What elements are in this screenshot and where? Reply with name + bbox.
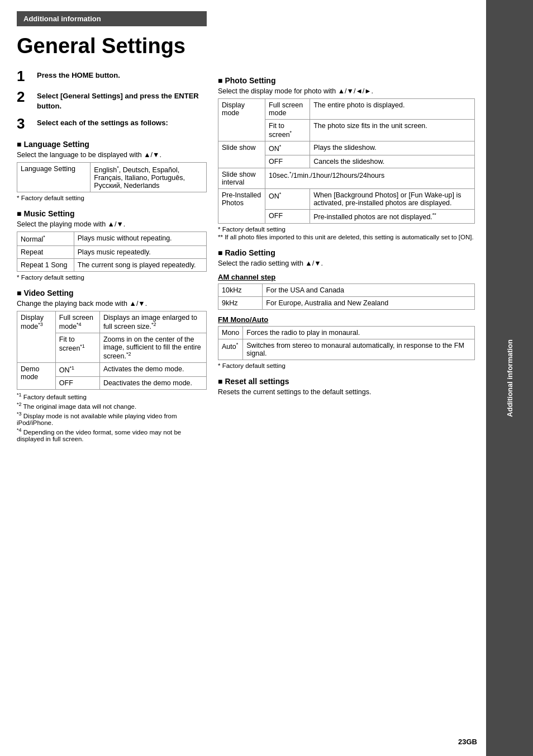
table-cell: Forces the radio to play in monaural. (243, 327, 475, 339)
table-cell: Pre-Installed Photos (218, 189, 265, 224)
table-row: Display mode*3 Full screen mode*4 Displa… (17, 311, 207, 333)
table-cell: OFF (265, 210, 310, 224)
additional-info-bar: Additional information (17, 11, 207, 26)
table-cell: The entire photo is displayed. (310, 99, 475, 120)
table-cell: OFF (265, 155, 310, 168)
video-footnote-2: *2 The original image data will not chan… (17, 401, 207, 410)
table-cell: Repeat (17, 245, 74, 258)
table-cell: 10kHz (218, 284, 263, 297)
table-row: 10kHz For the USA and Canada (218, 284, 475, 297)
sidebar-label: Additional information (506, 339, 514, 417)
music-setting-footnote: * Factory default setting (17, 274, 207, 281)
table-cell: Full screen mode*4 (55, 311, 99, 333)
table-cell: Plays the slideshow. (310, 141, 475, 155)
video-footnote-3: *3 Display mode is not available while p… (17, 411, 207, 426)
video-footnote-1: *1 Factory default setting (17, 392, 207, 400)
am-channel-table: 10kHz For the USA and Canada 9kHz For Eu… (218, 284, 475, 310)
table-cell: ON* (265, 189, 310, 210)
video-setting-table: Display mode*3 Full screen mode*4 Displa… (17, 311, 207, 390)
table-row: Mono Forces the radio to play in monaura… (218, 327, 475, 339)
table-cell: Plays music repeatedly. (74, 245, 206, 258)
radio-footnote: * Factory default setting (218, 362, 475, 369)
table-cell: Plays music without repeating. (74, 231, 206, 245)
table-cell: The current song is played repeatedly. (74, 258, 206, 271)
table-row: Pre-Installed Photos ON* When [Backgroun… (218, 189, 475, 210)
right-sidebar: Additional information (486, 0, 533, 756)
step-3: 3 Select each of the settings as follows… (17, 116, 207, 132)
table-cell: Displays an image enlarged to full scree… (99, 311, 206, 333)
table-cell: Mono (218, 327, 243, 339)
photo-setting-heading: Photo Setting (218, 76, 475, 85)
table-cell: OFF (55, 377, 99, 390)
language-setting-footnote: * Factory default setting (17, 195, 207, 201)
table-cell: Activates the demo mode. (99, 363, 206, 377)
table-cell: Pre-installed photos are not displayed.*… (310, 210, 475, 224)
table-row: Slide show ON* Plays the slideshow. (218, 141, 475, 155)
language-setting-desc: Select the language to be displayed with… (17, 151, 207, 159)
table-row: Language Setting English*, Deutsch, Espa… (17, 162, 207, 192)
table-row: Repeat Plays music repeatedly. (17, 245, 207, 258)
page-number: 23GB (458, 738, 477, 746)
photo-footnote-1: * Factory default setting (218, 226, 475, 233)
step-2-text: Select [General Settings] and press the … (37, 89, 207, 111)
table-cell: Deactivates the demo mode. (99, 377, 206, 390)
table-cell: For the USA and Canada (263, 284, 475, 297)
table-row: Slide show interval 10sec.*/1min./1hour/… (218, 168, 475, 189)
table-cell: Slide show (218, 141, 265, 168)
table-row: Demo mode ON*1 Activates the demo mode. (17, 363, 207, 377)
video-footnote-4: *4 Depending on the video format, some v… (17, 427, 207, 442)
table-cell: ON*1 (55, 363, 99, 377)
table-cell: English*, Deutsch, Español,Français, Ita… (91, 162, 207, 192)
video-setting-desc: Change the playing back mode with ▲/▼. (17, 300, 207, 308)
step-3-text: Select each of the settings as follows: (37, 116, 168, 128)
radio-setting-desc: Select the radio setting with ▲/▼. (218, 259, 475, 267)
language-setting-heading: Language Setting (17, 140, 207, 149)
table-cell: Slide show interval (218, 168, 265, 189)
two-col-layout: 1 Press the HOME button. 2 Select [Gener… (17, 68, 475, 443)
step-2: 2 Select [General Settings] and press th… (17, 89, 207, 111)
photo-footnote-2: ** If all photo files imported to this u… (218, 234, 475, 240)
photo-setting-desc: Select the display mode for photo with ▲… (218, 87, 475, 95)
reset-settings-desc: Resets the current settings to the defau… (218, 388, 475, 396)
fm-mono-table: Mono Forces the radio to play in monaura… (218, 326, 475, 360)
step-3-number: 3 (17, 116, 34, 132)
am-channel-step-heading: AM channel step (218, 273, 475, 281)
step-1-number: 1 (17, 68, 34, 84)
left-col: 1 Press the HOME button. 2 Select [Gener… (17, 68, 207, 443)
table-row: 9kHz For Europe, Australia and New Zeala… (218, 297, 475, 310)
table-cell: Language Setting (17, 162, 91, 192)
page-title: General Settings (17, 34, 475, 58)
table-cell: Display mode*3 (17, 311, 56, 362)
table-row: Auto* Switches from stereo to monaural a… (218, 339, 475, 360)
table-cell: Zooms in on the center of the image, suf… (99, 333, 206, 363)
table-cell: When [Background Photos] or [Fun Wake-up… (310, 189, 475, 210)
table-cell: Cancels the slideshow. (310, 155, 475, 168)
music-setting-heading: Music Setting (17, 209, 207, 218)
table-cell: ON* (265, 141, 310, 155)
step-2-number: 2 (17, 89, 34, 105)
table-cell: For Europe, Australia and New Zealand (263, 297, 475, 310)
table-cell: Demo mode (17, 363, 56, 390)
table-cell: The photo size fits in the unit screen. (310, 120, 475, 141)
language-setting-table: Language Setting English*, Deutsch, Espa… (17, 162, 207, 192)
table-row: Repeat 1 Song The current song is played… (17, 258, 207, 271)
right-col: Photo Setting Select the display mode fo… (218, 68, 475, 443)
music-setting-desc: Select the playing mode with ▲/▼. (17, 220, 207, 228)
page-container: Additional information General Settings … (0, 0, 533, 756)
table-cell: Switches from stereo to monaural automat… (243, 339, 475, 360)
table-row: Normal* Plays music without repeating. (17, 231, 207, 245)
table-cell: Full screen mode (265, 99, 310, 120)
table-cell: Repeat 1 Song (17, 258, 74, 271)
main-content: Additional information General Settings … (0, 0, 486, 756)
table-cell: Display mode (218, 99, 265, 141)
table-cell: Fit to screen* (265, 120, 310, 141)
table-cell: Normal* (17, 231, 74, 245)
table-row: Display mode Full screen mode The entire… (218, 99, 475, 120)
radio-setting-heading: Radio Setting (218, 248, 475, 257)
video-setting-heading: Video Setting (17, 289, 207, 297)
reset-settings-heading: Reset all settings (218, 377, 475, 386)
music-setting-table: Normal* Plays music without repeating. R… (17, 231, 207, 272)
photo-setting-table: Display mode Full screen mode The entire… (218, 98, 475, 224)
table-cell: 10sec.*/1min./1hour/12hours/24hours (265, 168, 475, 189)
step-1: 1 Press the HOME button. (17, 68, 207, 84)
